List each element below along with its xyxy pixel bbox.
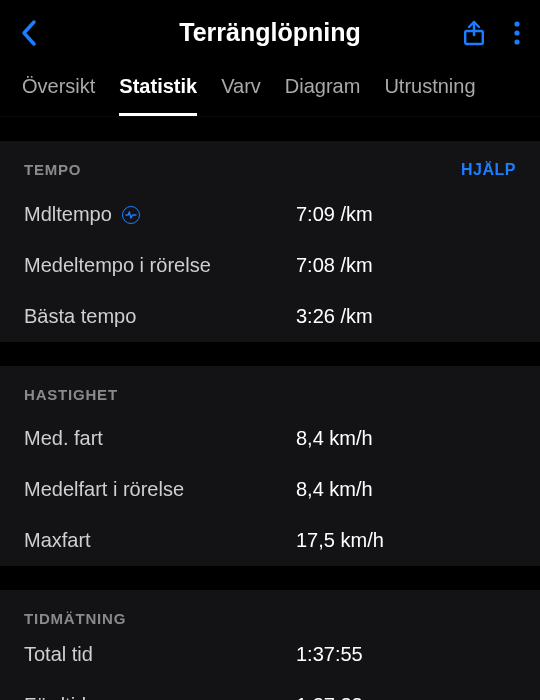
stat-row: Medelfart i rörelse 8,4 km/h	[0, 464, 540, 515]
app-header: Terränglöpning	[0, 0, 540, 65]
section-title-tidmatning: TIDMÄTNING	[24, 610, 126, 627]
stat-row: Mdltempo 7:09 /km	[0, 189, 540, 240]
more-icon[interactable]	[514, 20, 520, 46]
row-label: Medeltempo i rörelse	[24, 254, 296, 277]
row-label-text: Mdltempo	[24, 203, 112, 226]
stat-row: Medeltempo i rörelse 7:08 /km	[0, 240, 540, 291]
stat-row: Bästa tempo 3:26 /km	[0, 291, 540, 342]
tabs: Översikt Statistik Varv Diagram Utrustni…	[0, 65, 540, 117]
row-value: 1:37:33	[296, 694, 516, 700]
row-value: 8,4 km/h	[296, 478, 516, 501]
section-hastighet: HASTIGHET Med. fart 8,4 km/h Medelfart i…	[0, 366, 540, 566]
section-title-hastighet: HASTIGHET	[24, 386, 118, 403]
svg-point-4	[514, 39, 519, 44]
page-title: Terränglöpning	[120, 18, 420, 47]
tab-utrustning[interactable]: Utrustning	[384, 75, 475, 116]
section-tempo: TEMPO HJÄLP Mdltempo 7:09 /km Medeltempo…	[0, 141, 540, 342]
row-label: Maxfart	[24, 529, 296, 552]
row-value: 17,5 km/h	[296, 529, 516, 552]
section-title-tempo: TEMPO	[24, 161, 81, 178]
row-label: Medelfart i rörelse	[24, 478, 296, 501]
row-value: 7:08 /km	[296, 254, 516, 277]
stat-row: Total tid 1:37:55	[0, 629, 540, 680]
tab-varv[interactable]: Varv	[221, 75, 261, 116]
content: TEMPO HJÄLP Mdltempo 7:09 /km Medeltempo…	[0, 117, 540, 700]
tab-statistik[interactable]: Statistik	[119, 75, 197, 116]
tab-oversikt[interactable]: Översikt	[22, 75, 95, 116]
row-label: Färdtid	[24, 694, 296, 700]
svg-point-3	[514, 30, 519, 35]
share-icon[interactable]	[462, 20, 486, 46]
row-value: 3:26 /km	[296, 305, 516, 328]
row-value: 8,4 km/h	[296, 427, 516, 450]
row-value: 7:09 /km	[296, 203, 516, 226]
help-link[interactable]: HJÄLP	[461, 161, 516, 179]
header-left	[20, 19, 120, 47]
row-label: Mdltempo	[24, 203, 296, 226]
back-icon[interactable]	[20, 19, 38, 47]
tab-diagram[interactable]: Diagram	[285, 75, 361, 116]
svg-point-2	[514, 21, 519, 26]
section-tidmatning: TIDMÄTNING Total tid 1:37:55 Färdtid 1:3…	[0, 590, 540, 700]
row-value: 1:37:55	[296, 643, 516, 666]
row-label: Bästa tempo	[24, 305, 296, 328]
stat-row: Färdtid 1:37:33	[0, 680, 540, 700]
stat-row: Med. fart 8,4 km/h	[0, 413, 540, 464]
row-label: Med. fart	[24, 427, 296, 450]
stat-row: Maxfart 17,5 km/h	[0, 515, 540, 566]
row-label: Total tid	[24, 643, 296, 666]
pulse-icon	[122, 206, 140, 224]
header-right	[420, 20, 520, 46]
